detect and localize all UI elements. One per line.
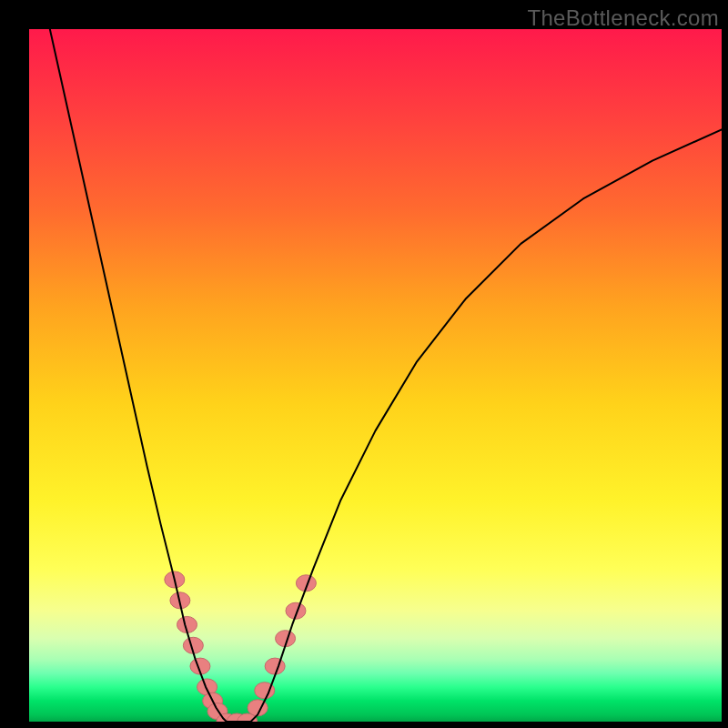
bottleneck-curve <box>50 29 722 722</box>
watermark-text: TheBottleneck.com <box>527 5 719 31</box>
chart-frame: TheBottleneck.com <box>0 0 728 728</box>
marker-right-2 <box>265 658 285 674</box>
curves-layer <box>50 29 722 722</box>
chart-svg <box>29 29 722 722</box>
markers-layer <box>165 571 317 722</box>
plot-area <box>29 29 722 722</box>
